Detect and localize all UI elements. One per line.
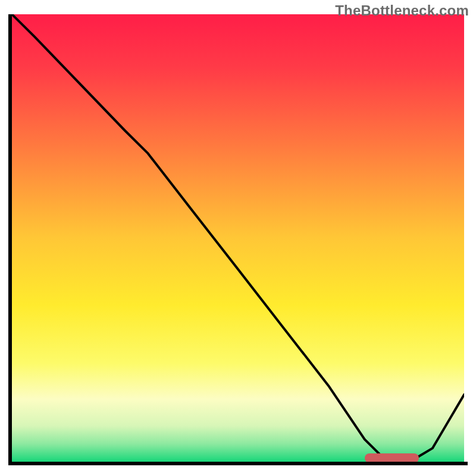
gradient-rect: [12, 14, 464, 462]
chart-background-gradient: [12, 14, 464, 462]
chart-container: TheBottleneck.com: [0, 0, 476, 476]
attribution-text: TheBottleneck.com: [335, 2, 469, 19]
y-axis-line: [8, 14, 12, 465]
x-axis-line: [8, 462, 468, 465]
